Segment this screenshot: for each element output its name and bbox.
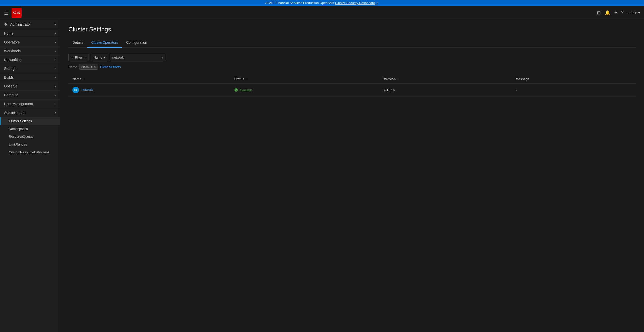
sidebar-item-workloads[interactable]: Workloads ▸: [0, 47, 60, 56]
name-chevron-icon: ▾: [103, 56, 105, 59]
cell-status: ✓ Available: [230, 84, 380, 97]
network-link[interactable]: network: [82, 88, 93, 91]
sidebar-sub-namespaces[interactable]: Namespaces: [0, 125, 60, 133]
filter-tag-network: network ✕: [79, 64, 98, 70]
filter-chevron-icon: ▿: [84, 56, 86, 59]
tab-bar: Details ClusterOperators Configuration: [68, 38, 636, 48]
chevron-user-management: ▸: [55, 102, 56, 106]
hamburger-menu-icon[interactable]: ☰: [4, 10, 9, 16]
admin-icon: ⚙: [4, 22, 7, 26]
sidebar-item-compute[interactable]: Compute ▸: [0, 91, 60, 100]
clear-all-filters-button[interactable]: Clear all filters: [100, 65, 121, 69]
chevron-workloads: ▸: [55, 49, 56, 53]
main-content: Cluster Settings Details ClusterOperator…: [60, 20, 644, 332]
cell-version: 4.16.16: [380, 84, 512, 97]
cell-name: CO network: [68, 84, 230, 97]
filter-input[interactable]: [110, 54, 160, 61]
sidebar-item-builds[interactable]: Builds ▸: [0, 73, 60, 82]
app-logo: ACME: [12, 8, 22, 18]
filter-slash: /: [160, 54, 165, 61]
sort-version-icon[interactable]: ↕: [398, 78, 399, 81]
sort-name-icon[interactable]: ↕: [83, 78, 85, 81]
col-header-status: Status ↕: [230, 75, 380, 84]
chevron-networking: ▸: [55, 58, 56, 62]
grid-icon[interactable]: ⊞: [597, 10, 601, 16]
filter-icon: ▿: [72, 56, 73, 59]
sidebar-admin-header[interactable]: ⚙ Administrator ▸: [0, 20, 60, 29]
remove-filter-tag-icon[interactable]: ✕: [94, 65, 96, 69]
co-badge: CO: [72, 87, 79, 93]
filter-tags: Name network ✕ Clear all filters: [68, 64, 636, 70]
chevron-administration: ▾: [55, 111, 56, 114]
sidebar-item-home[interactable]: Home ▸: [0, 29, 60, 38]
chevron-storage: ▸: [55, 67, 56, 70]
filter-button[interactable]: ▿ Filter ▿: [68, 54, 89, 61]
external-link-icon: ↗: [376, 1, 379, 5]
sidebar-item-administration[interactable]: Administration ▾: [0, 108, 60, 117]
sort-status-icon[interactable]: ↕: [246, 78, 248, 81]
filter-input-container: /: [110, 54, 166, 61]
tab-clusteroperators[interactable]: ClusterOperators: [87, 38, 122, 48]
col-header-name: Name ↕: [68, 75, 230, 84]
filter-row: ▿ Filter ▿ Name ▾ /: [68, 54, 636, 61]
tab-details[interactable]: Details: [68, 38, 87, 48]
chevron-home: ▸: [55, 32, 56, 35]
chevron-builds: ▸: [55, 76, 56, 79]
sidebar-sub-cluster-settings[interactable]: Cluster Settings: [0, 117, 60, 125]
user-menu[interactable]: admin ▾: [628, 11, 640, 15]
admin-header-chevron: ▸: [55, 23, 56, 26]
sidebar: ⚙ Administrator ▸ Home ▸ Operators ▸ Wor…: [0, 20, 60, 332]
name-filter-button[interactable]: Name ▾: [91, 54, 108, 61]
sidebar-item-user-management[interactable]: User Management ▸: [0, 100, 60, 108]
cluster-operators-table: Name ↕ Status ↕ Version ↕ Message: [68, 75, 636, 97]
chevron-operators: ▸: [55, 40, 56, 44]
top-banner: ACME Financial Services Production OpenS…: [0, 0, 644, 6]
banner-link[interactable]: Cluster Security Dashboard: [335, 1, 375, 5]
header-bar: ☰ ACME ⊞ 🔔 + ? admin ▾: [0, 6, 644, 20]
help-icon[interactable]: ?: [621, 10, 624, 15]
sidebar-item-networking[interactable]: Networking ▸: [0, 56, 60, 64]
header-right: ⊞ 🔔 + ? admin ▾: [597, 10, 640, 16]
sidebar-item-storage[interactable]: Storage ▸: [0, 64, 60, 73]
col-header-version: Version ↕: [380, 75, 512, 84]
sidebar-item-observe[interactable]: Observe ▸: [0, 82, 60, 91]
banner-text: ACME Financial Services Production OpenS…: [265, 1, 335, 5]
chevron-compute: ▸: [55, 93, 56, 97]
sidebar-sub-customresourcedefinitions[interactable]: CustomResourceDefinitions: [0, 148, 60, 156]
status-available: ✓ Available: [234, 88, 376, 92]
page-title: Cluster Settings: [68, 26, 636, 33]
sidebar-sub-resourcequotas[interactable]: ResourceQuotas: [0, 133, 60, 140]
status-available-icon: ✓: [234, 88, 238, 92]
cell-message: -: [512, 84, 636, 97]
chevron-observe: ▸: [55, 84, 56, 88]
bell-icon[interactable]: 🔔: [605, 10, 610, 16]
sidebar-item-operators[interactable]: Operators ▸: [0, 38, 60, 47]
tab-configuration[interactable]: Configuration: [122, 38, 151, 48]
col-header-message: Message: [512, 75, 636, 84]
table-header-row: Name ↕ Status ↕ Version ↕ Message: [68, 75, 636, 84]
main-layout: ⚙ Administrator ▸ Home ▸ Operators ▸ Wor…: [0, 20, 644, 332]
plus-icon[interactable]: +: [614, 10, 617, 15]
filter-tag-name-label: Name: [68, 65, 77, 69]
sidebar-sub-limitranges[interactable]: LimitRanges: [0, 140, 60, 148]
admin-header-label: Administrator: [10, 22, 31, 26]
table-row: CO network ✓ Available 4.16.16 -: [68, 84, 636, 97]
